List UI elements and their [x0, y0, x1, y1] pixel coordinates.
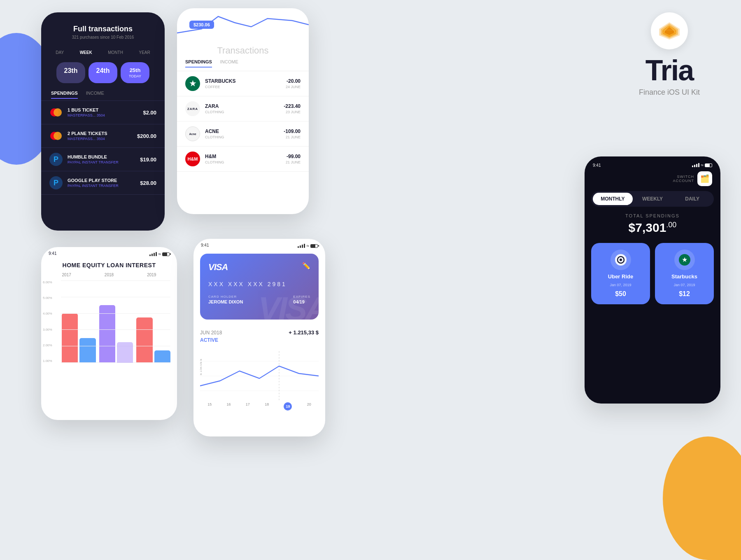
ph3-chart-container: 6.00% 5.00% 4.00% 3.00% 2.00% 1.00%: [41, 280, 177, 371]
ph4-time: 9:41: [201, 243, 209, 249]
ph2-chart-label: Transactions: [177, 45, 309, 56]
starbucks-logo: ★: [185, 76, 200, 91]
transaction-bus: 1 BUS TICKET MASTERPASS... 3504 $2.00: [41, 101, 165, 124]
tx-sub-google: PAYPAL INSTANT TRANSFER: [68, 184, 135, 188]
ph2-seg-spendings[interactable]: SPENDINGS: [185, 59, 212, 68]
paypal-icon-humble: P: [49, 153, 63, 166]
ph2-sub-zara: CLOTHING: [205, 110, 279, 114]
ph2-date-hm: 21 JUNE: [286, 160, 301, 164]
tab-weekly[interactable]: WEEKLY: [633, 193, 673, 205]
bar-2018-2: [117, 342, 133, 363]
tab-month[interactable]: MONTH: [108, 50, 123, 55]
svg-point-14: [620, 259, 622, 261]
tab-week[interactable]: WEEK: [80, 50, 92, 55]
ph2-date-acne: 21 JUNE: [284, 135, 301, 139]
phone-card: 9:41 ≈ VISA ✏️ XXX XXX XXX 2981 CARD HOL…: [193, 239, 325, 436]
ph4-period: JUN 2018: [200, 330, 222, 336]
visa-logo: VISA: [208, 262, 310, 273]
edit-icon[interactable]: ✏️: [302, 262, 310, 270]
ph5-switch-account-text: ACCOUNT: [673, 179, 694, 183]
uber-icon: [611, 250, 631, 270]
ph4-status-bar: 9:41 ≈: [193, 239, 325, 251]
ph2-date-starbucks: 24 JUNE: [286, 85, 301, 89]
hm-logo: H&M: [185, 152, 200, 166]
phone-dashboard-dark: 9:41 ≈ SWITCH ACCOUNT 🗂️ MONTHLY WEEKLY …: [585, 156, 720, 404]
ph2-name-hm: H&M: [205, 154, 281, 159]
ph1-dates: 23th 24th 25th TODAY: [41, 59, 165, 86]
svg-text:★: ★: [682, 256, 687, 263]
tx-amount-google: $28.00: [140, 180, 156, 186]
brand-section: Tria Finance iOS UI Kit: [639, 12, 700, 97]
tab-day[interactable]: DAY: [56, 50, 64, 55]
date-25-today[interactable]: 25th TODAY: [121, 62, 149, 83]
mastercard-icon-2: [49, 129, 63, 142]
ph1-title: Full transactions: [51, 25, 155, 33]
tx-amount-plane: $200.00: [137, 133, 156, 139]
ph1-subtitle: 321 purchases since 10 Feb 2016: [51, 35, 155, 40]
ph4-active-status: ACTIVE: [200, 337, 319, 343]
ph5-total-amount: $7,301.00: [585, 221, 720, 235]
decorative-blob-right: [663, 436, 741, 560]
ph4-status-icons: ≈: [298, 243, 318, 249]
ph2-sub-hm: CLOTHING: [205, 160, 281, 164]
ph2-amount-zara: -223.40: [284, 103, 301, 109]
acne-logo: Acne: [185, 126, 200, 141]
ph5-sbux-date: Jan 07, 2019: [673, 283, 695, 287]
ph5-switch-label: SWITCH: [673, 175, 694, 179]
phone-loan-chart: 9:41 ≈ HOME EQUITY LOAN INTEREST 2017 20…: [41, 247, 177, 420]
tab-monthly[interactable]: MONTHLY: [593, 193, 633, 205]
svg-text:$ 158.0$ $: $ 158.0$ $: [200, 359, 203, 375]
card-holder-label: CARD HOLDER: [208, 295, 243, 299]
tab-year[interactable]: YEAR: [139, 50, 150, 55]
ph5-total-label: TOTAL SPENDINGS: [585, 213, 720, 218]
ph5-uber-amount: $50: [615, 290, 626, 298]
ph3-status-bar: 9:41 ≈: [41, 247, 177, 259]
date-23[interactable]: 23th: [56, 62, 85, 83]
ph2-sub-starbucks: COFFEE: [205, 85, 281, 89]
ph5-uber-name: Uber Ride: [608, 273, 633, 280]
tab-daily[interactable]: DAILY: [672, 193, 712, 205]
transaction-google: P GOOGLE PLAY STORE PAYPAL INSTANT TRANS…: [41, 171, 165, 195]
ph5-time: 9:41: [593, 163, 601, 168]
ph5-switch-account: SWITCH ACCOUNT 🗂️: [585, 171, 720, 191]
tx-name-humble: HUMBLE BUNDLE: [68, 154, 135, 159]
ph2-sub-acne: CLOTHING: [205, 135, 279, 139]
ph5-battery-icon: [705, 163, 712, 167]
ph3-status-icons: ≈: [149, 251, 170, 257]
tx-name-plane: 2 PLANE TICKETS: [68, 131, 132, 136]
ph2-amount-acne: -109.00: [284, 128, 301, 134]
ph2-tx-hm: H&M H&M CLOTHING -99.00 21 JUNE: [177, 147, 309, 172]
ph4-mini-chart: $ 158.0$ $: [200, 351, 319, 401]
ph5-card-starbucks: ★ Starbucks Jan 07, 2019 $12: [655, 243, 714, 304]
tx-amount-bus: $2.00: [143, 110, 156, 116]
seg-income[interactable]: INCOME: [86, 91, 104, 99]
ph2-name-acne: ACNE: [205, 128, 279, 134]
seg-spendings[interactable]: SPENDINGS: [51, 91, 78, 99]
brand-icon: [651, 12, 688, 49]
ph3-year-labels: 2017 2018 2019: [41, 273, 177, 280]
wifi-icon: ≈: [158, 251, 161, 257]
ph5-period-tabs: MONTHLY WEEKLY DAILY: [591, 191, 714, 207]
ph4-wifi-icon: ≈: [306, 243, 309, 249]
ph2-line-chart: $230.06: [177, 8, 309, 41]
brand-name: Tria: [645, 56, 694, 85]
ph5-uber-date: Jan 07, 2019: [610, 283, 631, 287]
tx-name-google: GOOGLE PLAY STORE: [68, 178, 135, 183]
ph2-seg-income[interactable]: INCOME: [220, 59, 238, 68]
ph5-wifi-icon: ≈: [701, 162, 704, 168]
card-number: XXX XXX XXX 2981: [208, 281, 310, 287]
ph1-tabs: DAY WEEK MONTH YEAR: [41, 46, 165, 59]
ph5-sbux-amount: $12: [679, 290, 690, 298]
ph1-header: Full transactions 321 purchases since 10…: [41, 12, 165, 46]
tx-amount-humble: $19.00: [140, 156, 156, 163]
tx-sub-bus: MASTERPASS... 3504: [68, 113, 138, 117]
ph4-credit-card: VISA ✏️ XXX XXX XXX 2981 CARD HOLDER JER…: [200, 254, 319, 320]
date-24[interactable]: 24th: [89, 62, 117, 83]
ph2-tx-zara: ZARA ZARA CLOTHING -223.40 23 JUNE: [177, 96, 309, 121]
card-holder-value: JEROME DIXON: [208, 299, 243, 304]
tx-name-bus: 1 BUS TICKET: [68, 107, 138, 112]
ph3-title: HOME EQUITY LOAN INTEREST: [41, 259, 177, 273]
transaction-plane: 2 PLANE TICKETS MASTERPASS... 3504 $200.…: [41, 124, 165, 148]
ph5-switch-icon[interactable]: 🗂️: [697, 171, 712, 186]
ph4-account-info: JUN 2018 + 1.215,33 $ ACTIVE: [193, 325, 325, 347]
